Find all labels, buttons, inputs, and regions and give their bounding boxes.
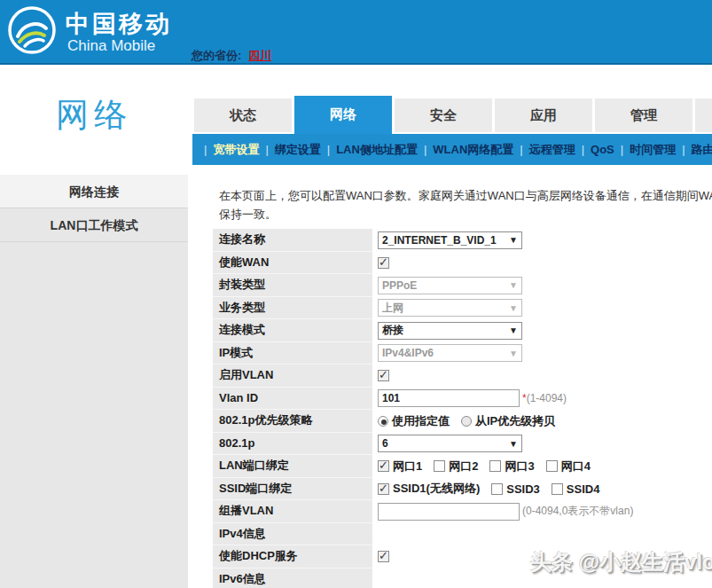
- sidebar: 网络 网络连接 LAN口工作模式: [0, 67, 188, 588]
- form-row-lan-port-binding: LAN端口绑定 网口1 网口2 网口3 网口4: [213, 455, 712, 478]
- sidebar-item-lan-work-mode[interactable]: LAN口工作模式: [0, 208, 188, 242]
- field-label: 连接模式: [213, 319, 372, 342]
- tab-security[interactable]: 安全: [395, 98, 492, 132]
- dropdown-arrow-icon: ▼: [509, 235, 518, 245]
- form-row-encapsulation: 封装类型 PPPoE ▼: [213, 274, 712, 297]
- field-label: 组播VLAN: [213, 500, 372, 523]
- enable-vlan-checkbox[interactable]: [378, 370, 389, 381]
- dropdown-arrow-icon: ▼: [509, 349, 518, 358]
- field-label: 封装类型: [213, 274, 372, 297]
- brand-name-cn: 中国移动: [66, 8, 172, 40]
- connection-name-select[interactable]: 2_INTERNET_B_VID_1 ▼: [378, 231, 522, 249]
- tab-status[interactable]: 状态: [194, 98, 292, 132]
- submenu-item-time-mgmt[interactable]: 时间管理: [630, 143, 676, 156]
- submenu-separator: |: [582, 143, 584, 156]
- brand-name-en: China Mobile: [67, 37, 155, 55]
- field-label: 使能DHCP服务: [213, 545, 372, 568]
- submenu-item-remote-mgmt[interactable]: 远程管理: [529, 143, 575, 156]
- lan-port4-checkbox[interactable]: [546, 460, 558, 472]
- field-label: Vlan ID: [213, 388, 372, 411]
- description-line-1: 在本页面上，您可以配置WAN口参数。家庭网关通过WAN口与高层网络设备通信，在通…: [219, 186, 712, 205]
- form-row-connection-name: 连接名称 2_INTERNET_B_VID_1 ▼: [213, 229, 712, 252]
- submenu-separator: |: [265, 143, 268, 156]
- sidebar-items: 网络连接 LAN口工作模式: [0, 175, 188, 588]
- field-label: 启用VLAN: [213, 365, 372, 388]
- lan-port3-checkbox[interactable]: [489, 460, 501, 472]
- connection-mode-select[interactable]: 桥接 ▼: [378, 322, 522, 340]
- radio-use-specified-value[interactable]: [378, 416, 388, 427]
- form-row-vlan-id: Vlan ID *(1-4094): [213, 388, 712, 411]
- submenu-separator: |: [682, 143, 685, 156]
- service-type-select: 上网 ▼: [378, 299, 522, 317]
- encapsulation-select: PPPoE ▼: [378, 277, 522, 294]
- dropdown-arrow-icon: ▼: [509, 439, 518, 449]
- form-row-connection-mode: 连接模式 桥接 ▼: [213, 319, 712, 342]
- dropdown-arrow-icon: ▼: [509, 280, 518, 290]
- form-row-ip-mode: IP模式 IPv4&IPv6 ▼: [213, 342, 712, 365]
- submenu-item-wlan[interactable]: WLAN网络配置: [433, 143, 513, 156]
- lan-port2-checkbox[interactable]: [434, 460, 445, 472]
- multicast-vlan-hint: (0-4094,0表示不带vlan): [522, 504, 633, 519]
- ssid4-checkbox[interactable]: [552, 483, 563, 495]
- section-label-ipv4: IPv4信息: [213, 523, 372, 546]
- multicast-vlan-input[interactable]: [378, 503, 520, 521]
- field-label: LAN端口绑定: [213, 455, 372, 478]
- submenu-bar: |宽带设置|绑定设置|LAN侧地址配置|WLAN网络配置|远程管理|QoS|时间…: [192, 134, 712, 165]
- china-mobile-logo-icon: [7, 5, 57, 55]
- sidebar-item-network-connection[interactable]: 网络连接: [0, 175, 188, 208]
- tab-partial[interactable]: [695, 98, 712, 132]
- 8021p-select[interactable]: 6 ▼: [378, 435, 522, 452]
- enable-dhcp-checkbox[interactable]: [378, 551, 389, 562]
- submenu-item-qos[interactable]: QoS: [591, 143, 614, 156]
- form-row-8021p-policy: 802.1p优先级策略 使用指定值 从IP优先级拷贝: [213, 410, 712, 433]
- app-header: 中国移动 China Mobile 您的省份: 四川: [0, 0, 712, 65]
- field-label: 连接名称: [213, 229, 372, 252]
- field-label: SSID端口绑定: [213, 478, 372, 501]
- ssid3-checkbox[interactable]: [491, 483, 503, 495]
- ip-mode-select: IPv4&IPv6 ▼: [378, 344, 522, 362]
- field-label: 使能WAN: [213, 252, 372, 275]
- section-label-ipv6: IPv6信息: [213, 568, 372, 588]
- province-link[interactable]: 四川: [248, 49, 271, 62]
- router-config-page: 中国移动 China Mobile 您的省份: 四川 网络 网络连接 LAN口工…: [0, 0, 712, 588]
- field-label: 802.1p: [213, 433, 372, 456]
- vlan-id-hint: *(1-4094): [522, 392, 567, 404]
- submenu-separator: |: [327, 143, 330, 156]
- submenu-item-routing[interactable]: 路由配置: [692, 143, 712, 156]
- lan-port1-checkbox[interactable]: [378, 460, 389, 472]
- form-row-enable-vlan: 启用VLAN: [213, 365, 712, 388]
- ssid1-checkbox[interactable]: [378, 483, 389, 495]
- form-row-8021p: 802.1p 6 ▼: [213, 433, 712, 456]
- form-row-ipv4-section: IPv4信息: [213, 523, 712, 546]
- dropdown-arrow-icon: ▼: [509, 325, 518, 335]
- submenu-separator: |: [204, 143, 207, 156]
- submenu-separator: |: [621, 143, 623, 156]
- enable-wan-checkbox[interactable]: [378, 257, 389, 269]
- dropdown-arrow-icon: ▼: [509, 303, 518, 313]
- submenu-item-lan-address[interactable]: LAN侧地址配置: [336, 143, 418, 156]
- province-indicator: 您的省份: 四川: [192, 48, 271, 64]
- form-row-service-type: 业务类型 上网 ▼: [213, 297, 712, 320]
- form-row-multicast-vlan: 组播VLAN (0-4094,0表示不带vlan): [213, 500, 712, 523]
- description-line-2: 保持一致。: [219, 205, 712, 223]
- toutiao-watermark: 头条 @小赵生活vlog: [530, 548, 712, 576]
- form-row-enable-wan: 使能WAN: [213, 252, 712, 275]
- tab-application[interactable]: 应用: [495, 98, 592, 132]
- submenu-item-broadband[interactable]: 宽带设置: [213, 143, 259, 156]
- form-row-ssid-binding: SSID端口绑定 SSID1(无线网络) SSID3 SSID4: [213, 478, 712, 501]
- field-label: 802.1p优先级策略: [213, 410, 372, 433]
- province-label: 您的省份:: [192, 49, 241, 62]
- radio-copy-from-ip-priority[interactable]: [461, 416, 472, 427]
- top-tab-bar: 状态 网络 安全 应用 管理: [194, 98, 712, 137]
- tab-network[interactable]: 网络: [294, 96, 392, 135]
- sidebar-section-title: 网络: [0, 93, 188, 137]
- tab-management[interactable]: 管理: [595, 98, 692, 132]
- vlan-id-input[interactable]: [378, 389, 520, 407]
- field-label: IP模式: [213, 342, 372, 365]
- page-description: 在本页面上，您可以配置WAN口参数。家庭网关通过WAN口与高层网络设备通信，在通…: [219, 186, 712, 223]
- submenu-separator: |: [520, 143, 522, 156]
- field-label: 业务类型: [213, 297, 372, 320]
- submenu-separator: |: [424, 143, 426, 156]
- submenu-item-binding[interactable]: 绑定设置: [275, 143, 321, 156]
- wan-config-form: 连接名称 2_INTERNET_B_VID_1 ▼ 使能WAN 封装类型 PPP…: [213, 229, 712, 588]
